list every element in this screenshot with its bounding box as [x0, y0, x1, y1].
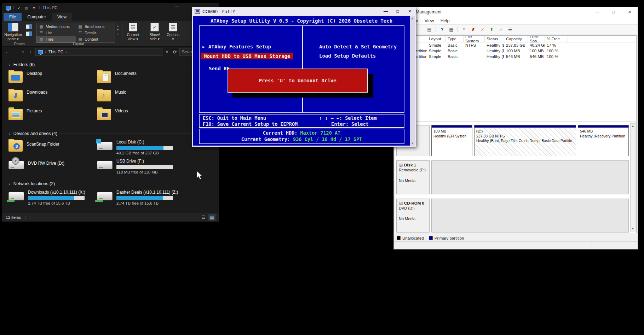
- cdrom-label-panel[interactable]: CD-ROM 0 DVD (D:) No Media: [396, 199, 430, 233]
- partition-recovery[interactable]: 546 MB Healthy (Recovery Partition: [578, 125, 629, 156]
- section-folders[interactable]: ˅ Folders (6): [8, 61, 219, 68]
- rescan-icon[interactable]: ⌗: [461, 27, 467, 33]
- maximize-button[interactable]: □: [605, 7, 621, 17]
- report-icon[interactable]: ▤: [426, 27, 432, 33]
- layout-scroll-down-icon[interactable]: ▾: [117, 28, 119, 31]
- terminal-scrollbar[interactable]: ∧ ∨: [410, 16, 415, 146]
- menu-item-mount-hdd[interactable]: Mount HDD to USB Mass Storage: [201, 53, 293, 59]
- breadcrumb-this-pc[interactable]: This PC: [48, 49, 64, 54]
- layout-tiles[interactable]: ▥Tiles: [37, 36, 76, 42]
- disk1-unallocated-region[interactable]: [431, 160, 629, 194]
- folder-tile-downloads[interactable]: ⬇ Downloads: [8, 89, 97, 107]
- properties-icon[interactable]: ☰: [507, 27, 513, 33]
- volume-row-partition1[interactable]: partition 1) Simple Basic Healthy (E... …: [395, 48, 636, 54]
- scroll-up-icon[interactable]: ∧: [411, 17, 414, 20]
- up-icon[interactable]: ↑: [28, 49, 34, 55]
- details-pane-button[interactable]: [26, 31, 32, 36]
- forward-icon[interactable]: →: [12, 49, 18, 55]
- maximize-button[interactable]: □: [392, 7, 404, 16]
- col-filesystem[interactable]: File System: [464, 36, 485, 42]
- collapse-chevron-icon[interactable]: ˅: [8, 182, 11, 186]
- volume-row-c[interactable]: Simple Basic NTFS Healthy (B... 237.83 G…: [395, 42, 636, 48]
- menu-item-send-reset[interactable]: Send RE: [209, 66, 230, 71]
- cdrom-media-region[interactable]: [431, 199, 629, 233]
- back-icon[interactable]: ←: [4, 49, 11, 55]
- section-network[interactable]: ˅ Network locations (2): [8, 181, 219, 187]
- col-freespace[interactable]: Free Spa...: [528, 36, 545, 42]
- col-layout[interactable]: Layout: [427, 36, 446, 42]
- refresh-icon[interactable]: ⟳: [172, 49, 178, 55]
- menu-help[interactable]: Help: [441, 18, 450, 23]
- layout-details[interactable]: ☷Details: [76, 30, 115, 36]
- collapse-chevron-icon[interactable]: ˅: [8, 63, 11, 67]
- options-button[interactable]: ☰ Options ▾: [164, 21, 182, 41]
- col-capacity[interactable]: Capacity: [504, 36, 528, 42]
- tab-computer[interactable]: Computer: [22, 13, 52, 21]
- menu-item-features-setup[interactable]: ► ATAboy Features Setup: [202, 44, 271, 49]
- disk1-label-panel[interactable]: Disk 1 Removable (F:) No Media: [396, 160, 430, 194]
- layout-scroll-up-icon[interactable]: ▴: [117, 24, 119, 27]
- section-devices[interactable]: ˅ Devices and drives (4): [8, 130, 219, 137]
- col-type[interactable]: Type: [446, 36, 464, 42]
- current-hdd-label: Current HDD:: [263, 130, 298, 136]
- minimize-button[interactable]: —: [380, 7, 392, 16]
- scroll-down-icon[interactable]: ∨: [411, 141, 414, 145]
- menu-view[interactable]: View: [425, 18, 434, 23]
- terminal-screen[interactable]: ATAboy Setup Utility V 0.5 - Copyright (…: [193, 16, 410, 146]
- scroll-up-icon[interactable]: ▲: [632, 124, 634, 128]
- col-percentfree[interactable]: % Free: [545, 36, 568, 42]
- minimize-button[interactable]: —: [172, 4, 182, 8]
- drive-tile-usb[interactable]: USB Drive (F:) 118 MB free of 118 MB: [97, 158, 185, 177]
- medium-icons-icon: ▦: [39, 24, 44, 29]
- network-tile-x[interactable]: Downloads (\\10.1.10.111) (X:) 2.74 TB f…: [8, 189, 97, 208]
- qat-customize-caret-icon[interactable]: ▾: [31, 6, 37, 10]
- close-button[interactable]: ✕: [622, 7, 638, 17]
- network-tile-z[interactable]: Dasher Deals (\\10.1.10.111) (Z:) 2.74 T…: [97, 189, 185, 208]
- drive-tile-scansnap[interactable]: S ScanSnap Folder: [8, 139, 97, 158]
- layout-list[interactable]: ☰List: [37, 30, 76, 36]
- graphical-view-scrollbar[interactable]: ▲ ▼: [630, 123, 636, 231]
- drive-tile-dvd[interactable]: DVD RW Drive (D:): [8, 158, 97, 177]
- details-view-toggle-icon[interactable]: ☰: [200, 214, 207, 221]
- tab-file[interactable]: File: [4, 13, 22, 21]
- menu-item-load-defaults[interactable]: Load Setup Defaults: [319, 53, 376, 59]
- layout-more-icon[interactable]: ▿: [117, 33, 119, 36]
- qat-new-folder-icon[interactable]: ▤: [24, 6, 29, 10]
- file-explorer-window: ‖ ✓ ▤ ▾ ‖ This PC — File Computer View N…: [2, 3, 219, 222]
- folder-tile-videos[interactable]: Videos: [97, 107, 185, 126]
- current-view-button[interactable]: ☷ Current view ▾: [124, 21, 142, 41]
- layout-small-icons[interactable]: ▩Small icons: [76, 23, 115, 30]
- col-status[interactable]: Status: [485, 36, 504, 42]
- folder-tile-music[interactable]: ♪ Music: [97, 89, 185, 107]
- preview-pane-button[interactable]: [26, 24, 32, 29]
- recent-dropdown-icon[interactable]: ˅: [20, 49, 26, 55]
- navigation-pane-button[interactable]: Navigation pane ▾: [2, 21, 24, 41]
- scroll-down-icon[interactable]: ▼: [632, 227, 634, 230]
- collapse-chevron-icon[interactable]: ˅: [8, 132, 11, 136]
- delete-volume-icon[interactable]: ✗: [470, 27, 476, 33]
- help-icon[interactable]: ?: [439, 27, 445, 33]
- folder-tile-documents[interactable]: A Documents: [97, 70, 185, 89]
- folder-tile-pictures[interactable]: Pictures: [8, 107, 97, 126]
- extend-volume-icon[interactable]: ⬆: [489, 27, 495, 33]
- volume-row-partition4[interactable]: partition 4) Simple Basic Healthy (R... …: [395, 54, 636, 59]
- mark-active-icon[interactable]: ✓: [479, 27, 485, 33]
- folder-tile-desktop[interactable]: Desktop: [8, 70, 97, 89]
- explore-icon[interactable]: ⌕: [498, 27, 504, 33]
- partition-c[interactable]: (C:) 237.83 GB NTFS Healthy (Boot, Page …: [474, 125, 576, 156]
- breadcrumb[interactable]: › This PC ›: [35, 48, 162, 56]
- address-dropdown-icon[interactable]: ˅: [164, 49, 170, 55]
- minimize-button[interactable]: —: [589, 7, 605, 17]
- thumbnail-view-toggle-icon[interactable]: ▦: [208, 214, 215, 221]
- menu-item-auto-detect[interactable]: Auto Detect & Set Geometry: [319, 44, 397, 49]
- qat-properties-icon[interactable]: ✓: [17, 6, 22, 10]
- legend-unallocated: Unallocated: [397, 236, 424, 240]
- tab-view[interactable]: View: [52, 13, 72, 21]
- close-button[interactable]: ✕: [404, 7, 416, 16]
- partition-efi[interactable]: 100 MB Healthy (EFI Systen: [431, 125, 472, 156]
- documents-folder-icon: A: [97, 71, 111, 83]
- view-chart-icon[interactable]: ▦: [448, 27, 454, 33]
- layout-medium-icons[interactable]: ▦Medium icons: [37, 23, 76, 30]
- drive-tile-c[interactable]: Local Disk (C:) 40.2 GB free of 237 GB: [97, 139, 185, 158]
- show-hide-button[interactable]: ✓ Show/ hide ▾: [145, 21, 164, 41]
